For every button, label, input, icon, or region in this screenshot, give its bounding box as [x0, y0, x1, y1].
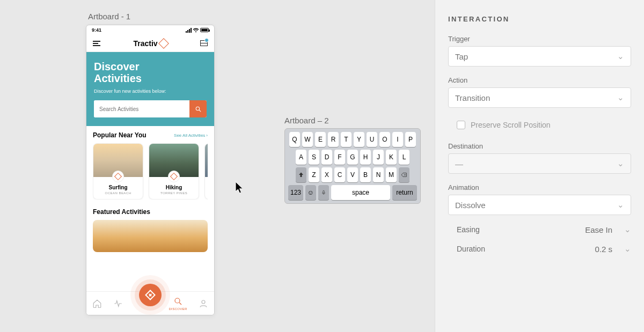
key-k[interactable]: K [386, 150, 397, 165]
battery-icon [200, 28, 209, 32]
artboard1-label: Artboard - 1 [88, 12, 130, 21]
search-button[interactable] [189, 100, 207, 117]
duration-select[interactable]: 0.2 s⌄ [595, 244, 631, 254]
key-a[interactable]: A [296, 150, 306, 165]
return-key[interactable]: return [392, 185, 417, 200]
key-m[interactable]: M [386, 167, 397, 182]
backspace-icon [400, 172, 408, 178]
search-input[interactable] [94, 100, 189, 117]
preserve-scroll-checkbox[interactable] [457, 121, 465, 129]
tab-activity[interactable] [113, 299, 123, 308]
activity-icon [113, 299, 123, 308]
tab-discover[interactable]: DISCOVER [169, 297, 187, 311]
trigger-label: Trigger [448, 35, 631, 43]
key-t[interactable]: T [341, 132, 352, 147]
key-n[interactable]: N [373, 167, 384, 182]
activity-card[interactable]: HikingTORREY PINES [149, 143, 199, 200]
card-name: Surfing [96, 185, 141, 190]
destination-label: Destination [448, 142, 631, 150]
action-select[interactable]: Transition⌄ [448, 87, 631, 108]
fab-add-button[interactable] [139, 284, 162, 306]
key-c[interactable]: C [334, 167, 345, 182]
see-all-link[interactable]: See All Activities› [174, 133, 208, 138]
featured-heading: Featured Activities [93, 208, 208, 216]
panel-heading: INTERACTION [448, 15, 631, 23]
backspace-key[interactable] [399, 167, 409, 182]
inbox-icon[interactable] [200, 40, 208, 46]
key-x[interactable]: X [321, 167, 332, 182]
hero-subtitle: Discover fun new activities below: [94, 88, 207, 94]
featured-image[interactable] [93, 220, 208, 252]
status-time: 9:41 [92, 27, 101, 33]
shift-icon [298, 172, 304, 178]
key-r[interactable]: R [328, 132, 339, 147]
key-h[interactable]: H [360, 150, 371, 165]
app-navbar: Tractiv [86, 35, 214, 52]
key-f[interactable]: F [334, 150, 345, 165]
artboard-1-phone[interactable]: 9:41 Tractiv DiscoverActivities Discover… [86, 25, 215, 315]
key-j[interactable]: J [373, 150, 384, 165]
app-title: Tractiv [133, 39, 167, 48]
easing-select[interactable]: Ease In⌄ [585, 225, 631, 234]
key-y[interactable]: Y [354, 132, 364, 147]
artboard-2-keyboard[interactable]: QWERTYUOIP ASDFGHJKL ZXCVBNM 123 ☺ space… [284, 128, 421, 204]
activity-card[interactable]: SurfingOCEAN BEACH [93, 143, 143, 200]
key-i[interactable]: I [392, 132, 403, 147]
tab-home[interactable] [92, 299, 102, 308]
cursor-icon [235, 181, 245, 194]
numbers-key[interactable]: 123 [288, 185, 303, 200]
user-icon [199, 299, 208, 308]
key-o[interactable]: O [379, 132, 390, 147]
signal-icon [186, 28, 192, 33]
tab-profile[interactable] [199, 299, 208, 308]
key-d[interactable]: D [321, 150, 332, 165]
chevron-down-icon: ⌄ [617, 93, 624, 102]
search-icon [173, 297, 183, 306]
shift-key[interactable] [296, 167, 306, 182]
search-icon [195, 106, 202, 113]
logo-icon [158, 38, 169, 49]
key-p[interactable]: P [405, 132, 416, 147]
emoji-key[interactable]: ☺ [305, 185, 316, 200]
card-name: Hiking [151, 185, 196, 190]
destination-select[interactable]: —⌄ [448, 153, 631, 174]
inspector-panel: INTERACTION Trigger Tap⌄ Action Transiti… [435, 0, 644, 332]
key-z[interactable]: Z [309, 167, 319, 182]
chevron-right-icon: › [206, 133, 208, 138]
key-g[interactable]: G [347, 150, 358, 165]
svg-point-0 [196, 107, 200, 110]
svg-point-1 [175, 298, 180, 303]
artboard2-label: Artboard – 2 [284, 116, 329, 125]
activity-card[interactable] [204, 143, 208, 200]
action-label: Action [448, 76, 631, 84]
card-location: TORREY PINES [151, 191, 196, 195]
tab-label: DISCOVER [169, 307, 187, 311]
space-key[interactable]: space [331, 185, 390, 200]
menu-icon[interactable] [93, 41, 100, 46]
svg-point-2 [202, 300, 205, 304]
mic-key[interactable] [318, 185, 329, 200]
wifi-icon [193, 28, 199, 33]
plus-icon [145, 290, 156, 300]
popular-heading: Popular Near You [93, 131, 147, 139]
svg-rect-3 [323, 190, 325, 193]
duration-label: Duration [457, 245, 485, 253]
key-l[interactable]: L [399, 150, 409, 165]
key-v[interactable]: V [347, 167, 358, 182]
key-e[interactable]: E [315, 132, 326, 147]
key-u[interactable]: U [367, 132, 377, 147]
key-q[interactable]: Q [289, 132, 300, 147]
emoji-icon: ☺ [308, 189, 314, 196]
home-icon [92, 299, 102, 308]
animation-select[interactable]: Dissolve⌄ [448, 195, 631, 215]
chevron-down-icon: ⌄ [617, 200, 624, 210]
key-w[interactable]: W [302, 132, 313, 147]
card-image [205, 144, 208, 177]
chevron-down-icon: ⌄ [624, 244, 631, 254]
design-canvas[interactable]: Artboard - 1 Artboard – 2 9:41 Tractiv D… [0, 0, 435, 332]
key-s[interactable]: S [309, 150, 319, 165]
chevron-down-icon: ⌄ [624, 225, 631, 234]
hero-banner: DiscoverActivities Discover fun new acti… [86, 52, 214, 126]
key-b[interactable]: B [360, 167, 371, 182]
trigger-select[interactable]: Tap⌄ [448, 46, 631, 67]
